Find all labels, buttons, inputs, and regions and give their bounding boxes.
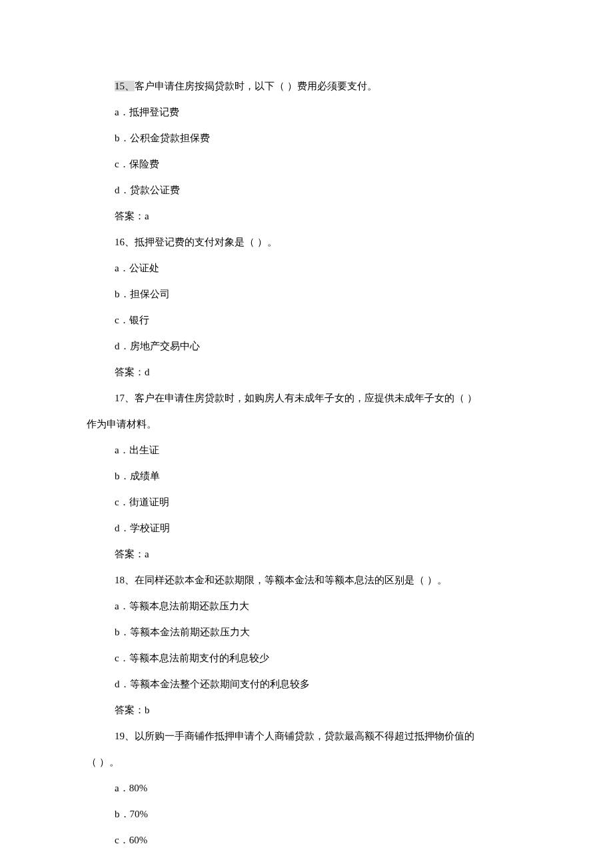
q17-option-a: a．出生证 bbox=[87, 437, 533, 463]
q19-stem-line1: 19、以所购一手商铺作抵押申请个人商铺贷款，贷款最高额不得超过抵押物价值的 bbox=[87, 723, 533, 749]
q16-option-a: a．公证处 bbox=[87, 255, 533, 281]
q16-option-d: d．房地产交易中心 bbox=[87, 333, 533, 359]
q19-option-a-text: a．80% bbox=[115, 783, 147, 793]
q18-option-a: a．等额本息法前期还款压力大 bbox=[87, 593, 533, 619]
q15-option-d: d．贷款公证费 bbox=[87, 177, 533, 203]
q16-option-b: b．担保公司 bbox=[87, 281, 533, 307]
q17-answer: 答案：a bbox=[87, 541, 533, 567]
q19-option-b-text: b．70% bbox=[115, 809, 148, 819]
q17-option-b: b．成绩单 bbox=[87, 463, 533, 489]
q18-option-d: d．等额本金法整个还款期间支付的利息较多 bbox=[87, 671, 533, 697]
q16-option-c: c．银行 bbox=[87, 307, 533, 333]
q15-number-highlight: 15、 bbox=[115, 81, 135, 91]
q15-option-c: c．保险费 bbox=[87, 151, 533, 177]
q15-option-a: a．抵押登记费 bbox=[87, 99, 533, 125]
q15-stem: 15、客户申请住房按揭贷款时，以下（ ）费用必须要支付。 bbox=[87, 73, 533, 99]
q17-stem-line1: 17、客户在申请住房贷款时，如购房人有未成年子女的，应提供未成年子女的（ ） bbox=[87, 385, 533, 411]
q18-option-c: c．等额本息法前期支付的利息较少 bbox=[87, 645, 533, 671]
q15-stem-text: 客户申请住房按揭贷款时，以下（ ）费用必须要支付。 bbox=[135, 81, 377, 91]
q17-option-c: c．街道证明 bbox=[87, 489, 533, 515]
q17-option-d: d．学校证明 bbox=[87, 515, 533, 541]
q17-stem-line2: 作为申请材料。 bbox=[87, 411, 533, 437]
q19-option-b: b．70% bbox=[87, 801, 533, 827]
q16-answer: 答案：d bbox=[87, 359, 533, 385]
q19-option-c: c．60% bbox=[87, 827, 533, 853]
q18-option-b: b．等额本金法前期还款压力大 bbox=[87, 619, 533, 645]
q18-answer: 答案：b bbox=[87, 697, 533, 723]
q16-stem: 16、抵押登记费的支付对象是（ ）。 bbox=[87, 229, 533, 255]
document-page: 15、客户申请住房按揭贷款时，以下（ ）费用必须要支付。 a．抵押登记费 b．公… bbox=[0, 0, 613, 868]
q15-option-b: b．公积金贷款担保费 bbox=[87, 125, 533, 151]
q19-option-a: a．80% bbox=[87, 775, 533, 801]
q15-answer: 答案：a bbox=[87, 203, 533, 229]
q18-stem: 18、在同样还款本金和还款期限，等额本金法和等额本息法的区别是（ ）。 bbox=[87, 567, 533, 593]
q19-stem-line2: （ ）。 bbox=[87, 749, 533, 775]
q19-option-c-text: c．60% bbox=[115, 835, 147, 845]
